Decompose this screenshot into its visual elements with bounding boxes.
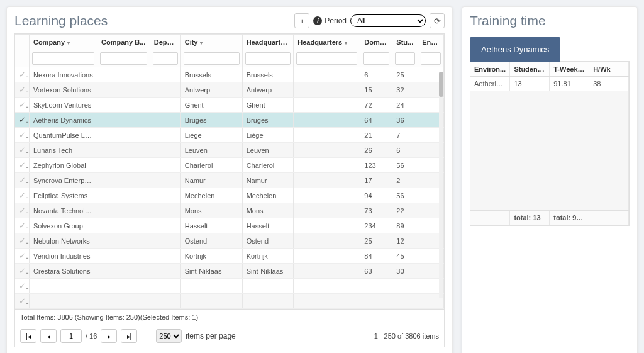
period-label-text: Period [325,16,347,25]
add-button[interactable]: + [294,13,309,28]
table-row[interactable]: ✓Vortexon SolutionsAntwerpAntwerp1532 [15,82,444,98]
page-size-select[interactable]: 250 [156,329,182,343]
filter-env[interactable] [421,52,441,65]
table-row[interactable]: ✓Solvexon GroupHasseltHasselt23489 [15,218,444,233]
row-check[interactable]: ✓ [15,98,29,113]
filter-city[interactable] [184,52,240,65]
table-row[interactable]: ✓Nebulon NetworksOstendOstend2512 [15,233,444,249]
table-row[interactable]: ✓Veridion IndustriesKortrijkKortrijk8445 [15,249,444,264]
vertical-scrollbar[interactable] [439,72,443,298]
cell-hq2 [294,82,360,98]
cell-hq1 [242,294,294,309]
table-row[interactable]: ✓Aetheris DynamicsBrugesBruges6436 [15,113,444,128]
row-check[interactable]: ✓ [15,82,29,98]
filter-depar[interactable] [153,52,178,65]
scrollbar-thumb[interactable] [439,72,443,97]
col-companyb[interactable]: Company B... [97,35,150,50]
pager-page-input[interactable] [60,329,82,343]
col-city[interactable]: City▾ [180,35,242,50]
cell-city: Brussels [180,67,242,82]
cell-company: Nexora Innovations [29,67,97,82]
cell-city: Bruges [180,113,242,128]
cell-city [180,294,242,309]
row-check[interactable]: ✓ [15,279,29,294]
cell-tw: 91.81 [550,77,589,91]
cell-companyb [97,67,150,82]
row-check[interactable]: ✓ [15,67,29,82]
table-row[interactable]: ✓QuantumPulse LabsLiègeLiège217 [15,128,444,143]
cell-company: Novanta Technologies [29,203,97,218]
cell-dom: 234 [360,218,392,233]
filter-companyb[interactable] [100,52,147,65]
filter-company[interactable] [32,52,94,65]
table-row[interactable]: ✓Crestara SolutionsSint-NiklaasSint-Nikl… [15,264,444,279]
sort-icon: ▾ [67,40,70,46]
pager-first[interactable]: |◂ [20,329,36,343]
cell-depar [150,67,180,82]
col-depar[interactable]: Depar... [150,35,180,50]
col-student[interactable]: Student... [510,62,550,77]
cell-depar [150,249,180,264]
col-environ[interactable]: Environ... [470,62,510,77]
table-row[interactable]: ✓Lunaris TechLeuvenLeuven266 [15,143,444,158]
row-check[interactable]: ✓ [15,143,29,158]
refresh-button[interactable]: ⟳ [430,13,445,28]
filter-hq1[interactable] [245,52,291,65]
row-check[interactable]: ✓ [15,158,29,173]
check-icon: ✓ [19,251,29,261]
col-company[interactable]: Company▾ [29,35,97,50]
cell-company: Syncrova Enterprises [29,173,97,188]
row-check[interactable]: ✓ [15,233,29,249]
training-empty-space [470,91,629,211]
col-tweeks[interactable]: T-Weeks... [550,62,589,77]
table-row[interactable]: ✓Zephyrion GlobalCharleroiCharleroi12356 [15,158,444,173]
table-row[interactable]: ✓Nexora InnovationsBrusselsBrussels625 [15,67,444,82]
table-row[interactable]: ✓ [15,294,444,309]
filter-stu[interactable] [395,52,415,65]
table-row[interactable]: ✓SkyLoom VenturesGhentGhent7224 [15,98,444,113]
company-tab[interactable]: Aetheris Dynamics [470,37,560,62]
pager-next[interactable]: ▸ [101,329,117,343]
cell-dom: 26 [360,143,392,158]
check-icon: ✓ [19,145,29,155]
filter-doma[interactable] [363,52,389,65]
cell-dom: 123 [360,158,392,173]
check-icon: ✓ [19,100,29,109]
filter-hq2[interactable] [296,52,357,65]
row-check[interactable]: ✓ [15,113,29,128]
cell-stu: 13 [510,77,550,91]
row-check[interactable]: ✓ [15,203,29,218]
cell-stu: 22 [392,203,418,218]
row-check[interactable]: ✓ [15,173,29,188]
col-hq1[interactable]: Headquarte... [242,35,294,50]
pager-last[interactable]: ▸| [121,329,137,343]
cell-companyb [97,203,150,218]
cell-hq1: Brussels [242,67,294,82]
header-controls: + i Period All ⟳ [294,13,445,28]
row-check[interactable]: ✓ [15,294,29,309]
row-check[interactable]: ✓ [15,128,29,143]
row-check[interactable]: ✓ [15,188,29,203]
cell-stu: 32 [392,82,418,98]
table-row[interactable]: ✓Novanta TechnologiesMonsMons7322 [15,203,444,218]
cell-depar [150,158,180,173]
col-doma[interactable]: Doma... [360,35,392,50]
row-check[interactable]: ✓ [15,218,29,233]
cell-city: Kortrijk [180,249,242,264]
col-select[interactable] [15,35,29,50]
table-row[interactable]: ✓ [15,279,444,294]
cell-city: Charleroi [180,158,242,173]
period-select[interactable]: All [350,14,426,27]
col-stu[interactable]: Stu... [392,35,418,50]
check-icon: ✓ [19,160,29,170]
col-env[interactable]: Env... [418,35,444,50]
pager-prev[interactable]: ◂ [40,329,57,343]
row-check[interactable]: ✓ [15,264,29,279]
table-row[interactable]: ✓Syncrova EnterprisesNamurNamur172 [15,173,444,188]
col-hwk[interactable]: H/Wk [589,62,629,77]
training-row[interactable]: Aetheris D... 13 91.81 38 [470,77,629,91]
col-hq2[interactable]: Headquarters▾ [294,35,360,50]
cell-hq1: Antwerp [242,82,294,98]
table-row[interactable]: ✓Ecliptica SystemsMechelenMechelen9456 [15,188,444,203]
row-check[interactable]: ✓ [15,249,29,264]
